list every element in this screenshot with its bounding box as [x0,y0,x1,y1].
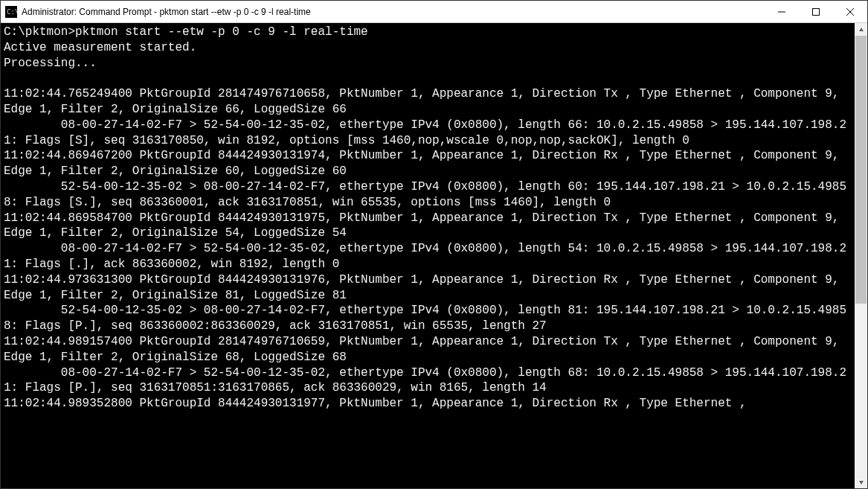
maximize-button[interactable] [799,1,833,22]
console-output[interactable]: C:\pktmon>pktmon start --etw -p 0 -c 9 -… [1,23,855,488]
console-area: C:\pktmon>pktmon start --etw -p 0 -c 9 -… [1,23,867,488]
window-title: Administrator: Command Prompt - pktmon s… [22,7,765,17]
scroll-down-arrow[interactable] [855,476,867,488]
vertical-scrollbar[interactable] [855,23,867,488]
svg-marker-8 [859,481,864,485]
close-button[interactable] [833,1,867,22]
window-controls [765,1,867,22]
svg-text:C:\: C:\ [7,8,17,16]
svg-rect-4 [813,8,820,15]
scroll-thumb[interactable] [855,36,867,304]
scroll-track[interactable] [855,36,867,476]
scroll-up-arrow[interactable] [855,23,867,36]
titlebar[interactable]: C:\ Administrator: Command Prompt - pktm… [1,1,867,23]
cmd-window: C:\ Administrator: Command Prompt - pktm… [0,0,868,489]
minimize-button[interactable] [765,1,799,22]
cmd-icon: C:\ [5,6,17,18]
svg-marker-7 [859,28,864,31]
